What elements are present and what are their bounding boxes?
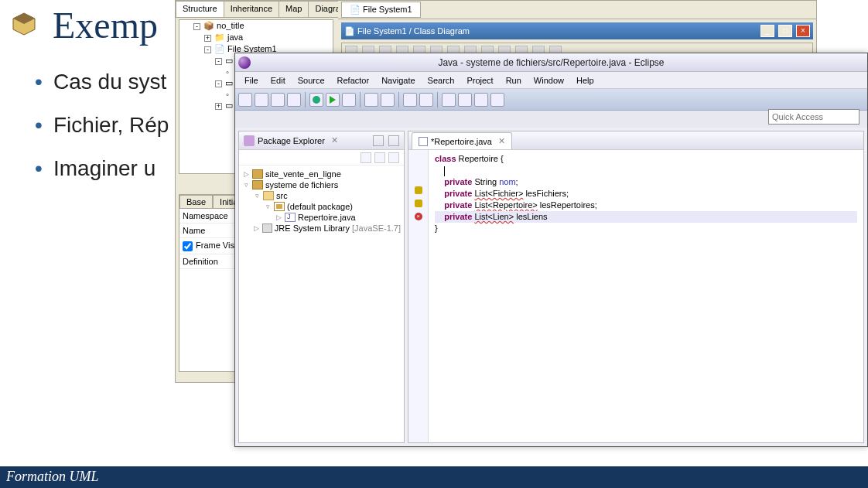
tab-label: *Repertoire.java bbox=[431, 137, 492, 146]
prop-tab-base[interactable]: Base bbox=[179, 195, 213, 209]
tree-node[interactable]: -📦 no_title bbox=[179, 20, 333, 32]
open-type-button[interactable] bbox=[403, 93, 417, 107]
minimize-view-button[interactable] bbox=[373, 135, 384, 146]
folder-icon bbox=[263, 191, 274, 200]
editor-tab[interactable]: *Repertoire.java ✕ bbox=[412, 132, 512, 149]
separator bbox=[437, 92, 438, 107]
warning-marker-icon[interactable] bbox=[415, 200, 422, 207]
tab-structure[interactable]: Structure bbox=[176, 1, 224, 17]
view-menu-icon[interactable] bbox=[388, 152, 399, 163]
slide-footer: Formation UML bbox=[0, 466, 868, 488]
menu-navigate[interactable]: Navigate bbox=[377, 74, 419, 87]
new-button[interactable] bbox=[238, 93, 252, 107]
bullet-item: Fichier, Rép bbox=[35, 113, 169, 138]
debug-button[interactable] bbox=[309, 93, 323, 107]
project-icon bbox=[252, 169, 263, 179]
package-explorer-icon bbox=[244, 135, 255, 146]
java-file-icon bbox=[285, 213, 296, 222]
run-button[interactable] bbox=[326, 93, 340, 107]
link-editor-icon[interactable] bbox=[374, 152, 385, 163]
menu-window[interactable]: Window bbox=[529, 74, 569, 87]
editor-tabs: *Repertoire.java ✕ bbox=[408, 131, 863, 150]
slide-bullets: Cas du syst Fichier, Rép Imaginer u bbox=[35, 70, 169, 200]
menu-file[interactable]: File bbox=[240, 74, 263, 87]
library-icon bbox=[262, 224, 272, 233]
editor-gutter: × bbox=[408, 150, 429, 442]
diagram-titlebar: 📄 File System1 / Class Diagram _ □ × bbox=[341, 22, 813, 39]
java-file-icon bbox=[419, 137, 428, 146]
src-folder-node[interactable]: ▿src bbox=[242, 190, 401, 201]
quick-access-input[interactable] bbox=[768, 109, 859, 125]
menu-help[interactable]: Help bbox=[572, 74, 599, 87]
menu-source[interactable]: Source bbox=[293, 74, 330, 87]
error-marker-icon[interactable]: × bbox=[415, 213, 422, 220]
collapse-all-icon[interactable] bbox=[361, 152, 371, 163]
jre-library-node[interactable]: ▷JRE System Library [JavaSE-1.7] bbox=[242, 223, 401, 234]
code-editor[interactable]: × class Repertoire { private String nom;… bbox=[408, 150, 863, 442]
menu-project[interactable]: Project bbox=[462, 74, 497, 87]
window-title: Java - systeme de fichiers/src/Repertoir… bbox=[438, 57, 664, 68]
eclipse-window: Java - systeme de fichiers/src/Repertoir… bbox=[234, 53, 868, 447]
bullet-item: Imaginer u bbox=[35, 156, 169, 181]
package-explorer-toolbar bbox=[239, 150, 404, 166]
menu-refactor[interactable]: Refactor bbox=[333, 74, 374, 87]
eclipse-body: Package Explorer ✕ ▷site_vente_en_ligne … bbox=[235, 128, 867, 446]
separator bbox=[398, 92, 399, 107]
eclipse-menubar: File Edit Source Refactor Navigate Searc… bbox=[235, 72, 867, 89]
warning-marker-icon[interactable] bbox=[415, 186, 422, 194]
menu-edit[interactable]: Edit bbox=[266, 74, 290, 87]
view-title: Package Explorer bbox=[258, 136, 325, 145]
save-all-button[interactable] bbox=[271, 93, 285, 107]
java-file-node[interactable]: ▷Repertoire.java bbox=[242, 212, 401, 223]
editor-area: *Repertoire.java ✕ × class Repertoire { … bbox=[408, 131, 864, 443]
slide-title: Exemp bbox=[53, 4, 158, 46]
print-button[interactable] bbox=[287, 93, 301, 107]
tab-map[interactable]: Map bbox=[279, 1, 309, 17]
package-explorer-view: Package Explorer ✕ ▷site_vente_en_ligne … bbox=[238, 131, 405, 443]
toggle-mark-button[interactable] bbox=[442, 93, 456, 107]
project-node[interactable]: ▿systeme de fichiers bbox=[242, 179, 401, 190]
minimize-button[interactable]: _ bbox=[760, 25, 774, 37]
eclipse-icon bbox=[238, 56, 251, 69]
project-node[interactable]: ▷site_vente_en_ligne bbox=[242, 169, 401, 179]
maximize-view-button[interactable] bbox=[388, 135, 399, 146]
save-button[interactable] bbox=[255, 93, 268, 107]
new-package-button[interactable] bbox=[364, 93, 378, 107]
file-tab[interactable]: 📄 File System1 bbox=[341, 2, 421, 18]
close-view-icon[interactable]: ✕ bbox=[331, 135, 338, 145]
forward-button[interactable] bbox=[490, 93, 504, 107]
menu-run[interactable]: Run bbox=[501, 74, 526, 87]
search-button[interactable] bbox=[419, 93, 433, 107]
package-node[interactable]: ▿(default package) bbox=[242, 201, 401, 212]
separator bbox=[305, 92, 306, 107]
tab-inheritance[interactable]: Inheritance bbox=[224, 1, 279, 17]
close-button[interactable]: × bbox=[796, 25, 810, 37]
project-icon bbox=[252, 180, 263, 189]
package-explorer-header: Package Explorer ✕ bbox=[239, 131, 404, 150]
annotation-nav-button[interactable] bbox=[458, 93, 472, 107]
separator bbox=[360, 92, 361, 107]
new-class-button[interactable] bbox=[381, 93, 395, 107]
maximize-button[interactable]: □ bbox=[778, 25, 792, 37]
code-content[interactable]: class Repertoire { private String nom; p… bbox=[429, 150, 863, 442]
tree-node[interactable]: +📁 java bbox=[179, 32, 333, 43]
frame-visibility-checkbox[interactable] bbox=[183, 241, 193, 251]
text-cursor bbox=[444, 166, 445, 176]
package-explorer-tree[interactable]: ▷site_vente_en_ligne ▿systeme de fichier… bbox=[239, 166, 404, 442]
bullet-item: Cas du syst bbox=[35, 70, 169, 94]
diagram-window-buttons: _ □ × bbox=[759, 25, 810, 37]
eclipse-toolbar bbox=[235, 89, 867, 111]
close-tab-icon[interactable]: ✕ bbox=[498, 136, 505, 146]
back-button[interactable] bbox=[474, 93, 488, 107]
diagram-file-tabs: 📄 File System1 bbox=[338, 1, 816, 19]
ext-tools-button[interactable] bbox=[342, 93, 356, 107]
quick-access bbox=[768, 109, 859, 125]
package-icon bbox=[274, 202, 285, 211]
menu-search[interactable]: Search bbox=[423, 74, 460, 87]
eclipse-titlebar: Java - systeme de fichiers/src/Repertoir… bbox=[235, 53, 867, 72]
uml-logo-icon bbox=[12, 12, 36, 36]
